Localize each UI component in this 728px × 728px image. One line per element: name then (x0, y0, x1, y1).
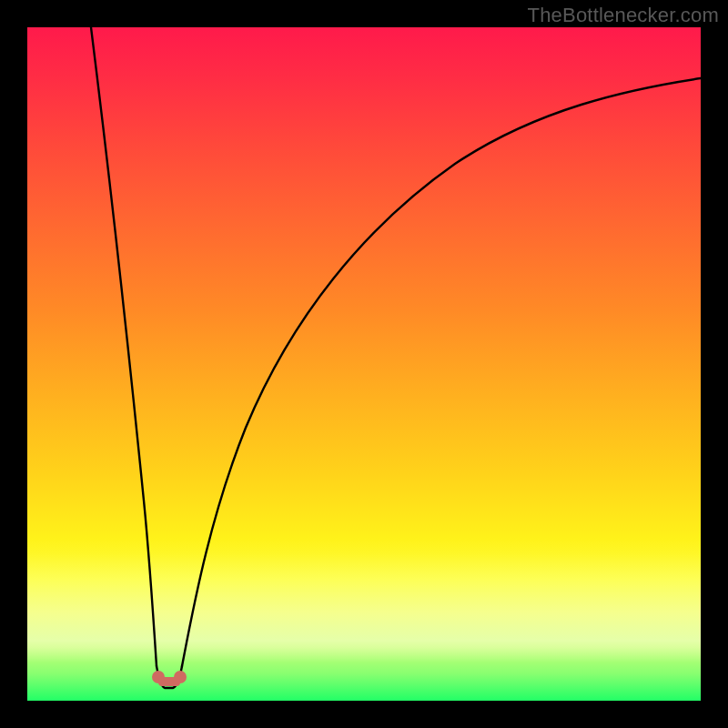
lower-glow-band (27, 553, 701, 662)
cusp-marker-left (152, 671, 165, 683)
curve-cusp (157, 666, 182, 688)
plot-area (27, 27, 701, 701)
curve-left-branch (91, 27, 157, 666)
cusp-marker-bridge (158, 677, 180, 686)
bottleneck-curve (27, 27, 701, 701)
chart-frame: TheBottlenecker.com (0, 0, 728, 728)
curve-right-branch (182, 78, 701, 666)
cusp-marker-right (174, 671, 187, 683)
watermark-text: TheBottlenecker.com (528, 4, 719, 27)
